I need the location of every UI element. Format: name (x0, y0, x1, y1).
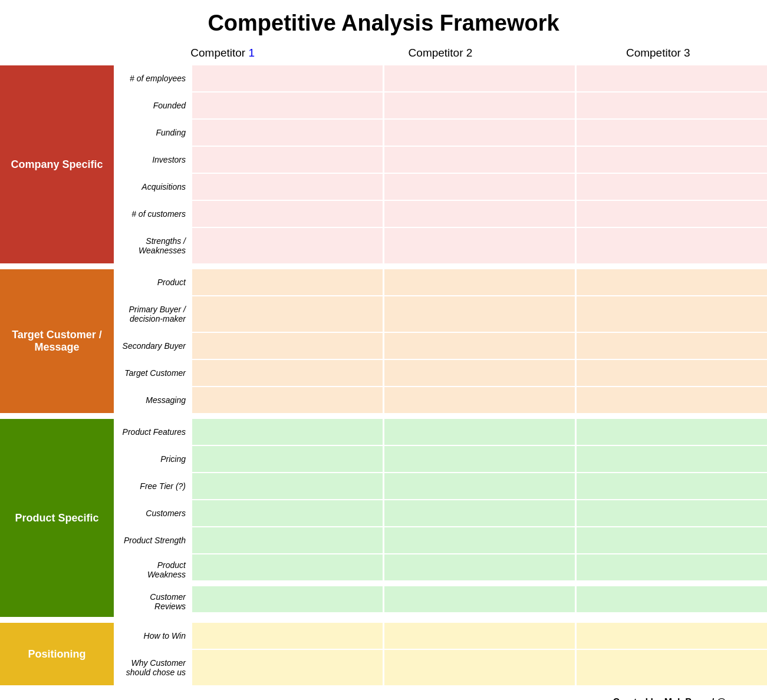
table-cell[interactable] (190, 387, 383, 413)
table-cell[interactable] (575, 201, 767, 227)
table-cell[interactable] (575, 586, 767, 612)
table-row: Secondary Buyer (114, 333, 767, 360)
table-cell[interactable] (575, 333, 767, 359)
table-cell[interactable] (190, 201, 383, 227)
table-cell[interactable] (190, 174, 383, 200)
table-cell[interactable] (383, 296, 575, 332)
row-label: Product (114, 269, 190, 295)
table-cell[interactable] (190, 269, 383, 295)
table-cell[interactable] (383, 201, 575, 227)
table-cell[interactable] (190, 333, 383, 359)
section-rows-product-specific: Product FeaturesPricingFree Tier (?)Cust… (114, 419, 767, 617)
table-cell[interactable] (575, 554, 767, 580)
table-cell[interactable] (383, 446, 575, 472)
table-cell[interactable] (575, 650, 767, 685)
competitor-headers: Competitor 1Competitor 2Competitor 3 (114, 42, 767, 65)
table-cell[interactable] (190, 419, 383, 445)
table-row: How to Win (114, 623, 767, 650)
table-cell[interactable] (190, 527, 383, 553)
table-cell[interactable] (575, 269, 767, 295)
table-cell[interactable] (383, 387, 575, 413)
table-cell[interactable] (190, 120, 383, 146)
competitor-header-1: Competitor 1 (114, 42, 331, 65)
row-label: Product Features (114, 419, 190, 445)
table-cell[interactable] (383, 93, 575, 118)
table-cell[interactable] (383, 650, 575, 685)
table-row: Why Customer should chose us (114, 650, 767, 685)
section-label-positioning: Positioning (0, 623, 114, 685)
table-cell[interactable] (190, 650, 383, 685)
section-label-target-customer: Target Customer / Message (0, 269, 114, 413)
table-cell[interactable] (190, 446, 383, 472)
table-cell[interactable] (575, 360, 767, 386)
table-cell[interactable] (575, 147, 767, 173)
table-cell[interactable] (575, 120, 767, 146)
table-cell[interactable] (383, 228, 575, 263)
table-cell[interactable] (575, 623, 767, 649)
table-cell[interactable] (190, 623, 383, 649)
table-cell[interactable] (190, 473, 383, 499)
table-row: Free Tier (?) (114, 473, 767, 500)
row-label: Why Customer should chose us (114, 650, 190, 685)
table-row: Messaging (114, 387, 767, 413)
table-row: Investors (114, 147, 767, 174)
section-label-company-specific: Company Specific (0, 65, 114, 263)
table-cell[interactable] (575, 296, 767, 332)
table-cell[interactable] (575, 387, 767, 413)
section-company-specific: Company Specific# of employeesFoundedFun… (0, 65, 767, 263)
table-cell[interactable] (575, 473, 767, 499)
row-label: Strengths / Weaknesses (114, 228, 190, 263)
table-row: Acquisitions (114, 174, 767, 201)
table-row: Customers (114, 500, 767, 527)
table-cell[interactable] (383, 623, 575, 649)
row-label: Investors (114, 147, 190, 173)
table-cell[interactable] (575, 65, 767, 91)
table-cell[interactable] (383, 120, 575, 146)
table-cell[interactable] (575, 527, 767, 553)
table-cell[interactable] (383, 419, 575, 445)
table-row: Product Features (114, 419, 767, 446)
section-positioning: PositioningHow to WinWhy Customer should… (0, 623, 767, 685)
table-cell[interactable] (190, 554, 383, 580)
table-cell[interactable] (575, 419, 767, 445)
row-label: # of employees (114, 65, 190, 91)
table-cell[interactable] (190, 296, 383, 332)
table-cell[interactable] (383, 500, 575, 526)
table-cell[interactable] (190, 586, 383, 612)
table-cell[interactable] (383, 65, 575, 91)
table-cell[interactable] (383, 586, 575, 612)
table-cell[interactable] (383, 473, 575, 499)
row-label: How to Win (114, 623, 190, 649)
row-label: Primary Buyer / decision-maker (114, 296, 190, 332)
row-label: Target Customer (114, 360, 190, 386)
table-row: Product (114, 269, 767, 296)
table-cell[interactable] (383, 360, 575, 386)
competitor-header-3: Competitor 3 (549, 42, 767, 65)
row-label: Pricing (114, 446, 190, 472)
table-cell[interactable] (190, 65, 383, 91)
row-label: Secondary Buyer (114, 333, 190, 359)
table-cell[interactable] (383, 527, 575, 553)
table-cell[interactable] (383, 174, 575, 200)
table-cell[interactable] (383, 147, 575, 173)
table-cell[interactable] (383, 554, 575, 580)
table-row: Product Weakness (114, 554, 767, 586)
table-cell[interactable] (190, 93, 383, 118)
table-cell[interactable] (575, 228, 767, 263)
table-cell[interactable] (575, 93, 767, 118)
section-rows-positioning: How to WinWhy Customer should chose us (114, 623, 767, 685)
table-cell[interactable] (575, 174, 767, 200)
table-cell[interactable] (383, 269, 575, 295)
page-title: Competitive Analysis Framework (0, 0, 767, 42)
row-label: Funding (114, 120, 190, 146)
section-rows-target-customer: ProductPrimary Buyer / decision-makerSec… (114, 269, 767, 413)
table-cell[interactable] (575, 446, 767, 472)
table-cell[interactable] (190, 500, 383, 526)
table-row: Product Strength (114, 527, 767, 554)
table-cell[interactable] (575, 500, 767, 526)
table-cell[interactable] (190, 228, 383, 263)
table-cell[interactable] (190, 360, 383, 386)
table-cell[interactable] (383, 333, 575, 359)
table-row: Founded (114, 93, 767, 120)
table-cell[interactable] (190, 147, 383, 173)
